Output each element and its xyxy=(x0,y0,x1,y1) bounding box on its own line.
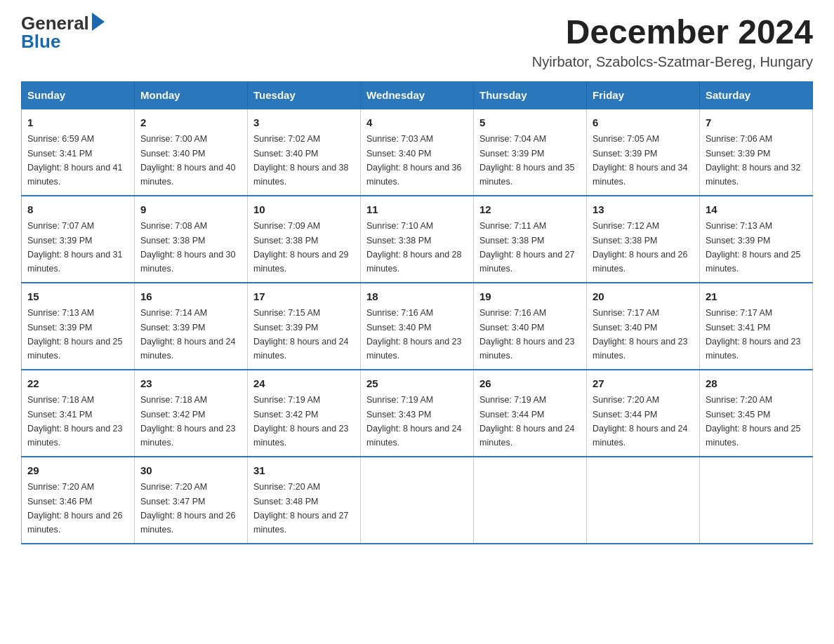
calendar-day-header: Tuesday xyxy=(248,81,361,109)
day-number: 28 xyxy=(706,376,807,392)
calendar-cell: 17 Sunrise: 7:15 AMSunset: 3:39 PMDaylig… xyxy=(248,283,361,370)
day-info: Sunrise: 7:18 AMSunset: 3:41 PMDaylight:… xyxy=(27,395,123,448)
calendar-cell: 9 Sunrise: 7:08 AMSunset: 3:38 PMDayligh… xyxy=(135,196,248,283)
calendar-cell: 5 Sunrise: 7:04 AMSunset: 3:39 PMDayligh… xyxy=(474,109,587,196)
day-number: 11 xyxy=(366,202,468,218)
day-info: Sunrise: 7:05 AMSunset: 3:39 PMDaylight:… xyxy=(593,134,688,187)
day-number: 17 xyxy=(253,289,355,305)
calendar-day-header: Saturday xyxy=(700,81,813,109)
day-number: 22 xyxy=(27,376,128,392)
calendar-cell xyxy=(700,457,813,544)
logo-general: General xyxy=(21,14,89,32)
day-info: Sunrise: 7:12 AMSunset: 3:38 PMDaylight:… xyxy=(593,221,688,274)
day-info: Sunrise: 7:03 AMSunset: 3:40 PMDaylight:… xyxy=(366,134,462,187)
calendar-cell: 13 Sunrise: 7:12 AMSunset: 3:38 PMDaylig… xyxy=(587,196,700,283)
calendar-body: 1 Sunrise: 6:59 AMSunset: 3:41 PMDayligh… xyxy=(22,109,813,544)
calendar-day-header: Sunday xyxy=(22,81,135,109)
calendar-day-header: Thursday xyxy=(474,81,587,109)
day-info: Sunrise: 7:15 AMSunset: 3:39 PMDaylight:… xyxy=(253,308,349,361)
calendar-week-row: 22 Sunrise: 7:18 AMSunset: 3:41 PMDaylig… xyxy=(22,370,813,457)
calendar-cell: 26 Sunrise: 7:19 AMSunset: 3:44 PMDaylig… xyxy=(474,370,587,457)
day-info: Sunrise: 7:16 AMSunset: 3:40 PMDaylight:… xyxy=(366,308,462,361)
page-title: December 2024 xyxy=(532,14,813,51)
day-info: Sunrise: 7:06 AMSunset: 3:39 PMDaylight:… xyxy=(706,134,801,187)
day-info: Sunrise: 7:20 AMSunset: 3:45 PMDaylight:… xyxy=(706,395,801,448)
day-number: 2 xyxy=(140,115,241,131)
day-info: Sunrise: 7:00 AMSunset: 3:40 PMDaylight:… xyxy=(140,134,236,187)
calendar-week-row: 29 Sunrise: 7:20 AMSunset: 3:46 PMDaylig… xyxy=(22,457,813,544)
day-info: Sunrise: 7:10 AMSunset: 3:38 PMDaylight:… xyxy=(366,221,462,274)
day-number: 12 xyxy=(479,202,581,218)
calendar-day-header: Friday xyxy=(587,81,700,109)
day-info: Sunrise: 7:13 AMSunset: 3:39 PMDaylight:… xyxy=(706,221,801,274)
day-number: 20 xyxy=(593,289,694,305)
calendar-cell: 18 Sunrise: 7:16 AMSunset: 3:40 PMDaylig… xyxy=(361,283,474,370)
calendar-day-header: Monday xyxy=(135,81,248,109)
calendar-day-header: Wednesday xyxy=(361,81,474,109)
logo: General Blue xyxy=(21,14,105,51)
day-info: Sunrise: 7:11 AMSunset: 3:38 PMDaylight:… xyxy=(479,221,575,274)
calendar-cell: 28 Sunrise: 7:20 AMSunset: 3:45 PMDaylig… xyxy=(700,370,813,457)
calendar-cell: 6 Sunrise: 7:05 AMSunset: 3:39 PMDayligh… xyxy=(587,109,700,196)
calendar-cell: 31 Sunrise: 7:20 AMSunset: 3:48 PMDaylig… xyxy=(248,457,361,544)
day-number: 25 xyxy=(366,376,468,392)
calendar-cell: 3 Sunrise: 7:02 AMSunset: 3:40 PMDayligh… xyxy=(248,109,361,196)
calendar-cell xyxy=(474,457,587,544)
page-header: General Blue December 2024 Nyirbator, Sz… xyxy=(21,14,813,70)
day-number: 24 xyxy=(253,376,355,392)
day-info: Sunrise: 7:17 AMSunset: 3:40 PMDaylight:… xyxy=(593,308,688,361)
calendar-cell: 20 Sunrise: 7:17 AMSunset: 3:40 PMDaylig… xyxy=(587,283,700,370)
day-number: 7 xyxy=(706,115,807,131)
calendar-cell: 11 Sunrise: 7:10 AMSunset: 3:38 PMDaylig… xyxy=(361,196,474,283)
day-info: Sunrise: 7:17 AMSunset: 3:41 PMDaylight:… xyxy=(706,308,801,361)
calendar-cell: 24 Sunrise: 7:19 AMSunset: 3:42 PMDaylig… xyxy=(248,370,361,457)
day-info: Sunrise: 7:20 AMSunset: 3:47 PMDaylight:… xyxy=(140,482,236,535)
day-info: Sunrise: 7:08 AMSunset: 3:38 PMDaylight:… xyxy=(140,221,236,274)
day-number: 9 xyxy=(140,202,241,218)
day-info: Sunrise: 7:02 AMSunset: 3:40 PMDaylight:… xyxy=(253,134,349,187)
day-info: Sunrise: 7:18 AMSunset: 3:42 PMDaylight:… xyxy=(140,395,236,448)
calendar-table: SundayMondayTuesdayWednesdayThursdayFrid… xyxy=(21,81,813,544)
calendar-cell: 1 Sunrise: 6:59 AMSunset: 3:41 PMDayligh… xyxy=(22,109,135,196)
day-number: 10 xyxy=(253,202,355,218)
day-number: 26 xyxy=(479,376,581,392)
day-number: 1 xyxy=(27,115,128,131)
calendar-cell: 27 Sunrise: 7:20 AMSunset: 3:44 PMDaylig… xyxy=(587,370,700,457)
day-number: 23 xyxy=(140,376,241,392)
day-info: Sunrise: 7:20 AMSunset: 3:48 PMDaylight:… xyxy=(253,482,349,535)
day-info: Sunrise: 7:13 AMSunset: 3:39 PMDaylight:… xyxy=(27,308,123,361)
calendar-cell xyxy=(361,457,474,544)
calendar-cell: 8 Sunrise: 7:07 AMSunset: 3:39 PMDayligh… xyxy=(22,196,135,283)
calendar-cell: 21 Sunrise: 7:17 AMSunset: 3:41 PMDaylig… xyxy=(700,283,813,370)
title-block: December 2024 Nyirbator, Szabolcs-Szatma… xyxy=(532,14,813,70)
day-info: Sunrise: 7:20 AMSunset: 3:44 PMDaylight:… xyxy=(593,395,688,448)
day-number: 8 xyxy=(27,202,128,218)
day-number: 5 xyxy=(479,115,581,131)
calendar-week-row: 8 Sunrise: 7:07 AMSunset: 3:39 PMDayligh… xyxy=(22,196,813,283)
day-info: Sunrise: 7:19 AMSunset: 3:42 PMDaylight:… xyxy=(253,395,349,448)
calendar-cell: 16 Sunrise: 7:14 AMSunset: 3:39 PMDaylig… xyxy=(135,283,248,370)
logo-arrow-icon xyxy=(92,13,105,31)
day-number: 6 xyxy=(593,115,694,131)
day-number: 13 xyxy=(593,202,694,218)
day-info: Sunrise: 7:07 AMSunset: 3:39 PMDaylight:… xyxy=(27,221,123,274)
day-number: 3 xyxy=(253,115,355,131)
day-number: 4 xyxy=(366,115,468,131)
day-number: 19 xyxy=(479,289,581,305)
calendar-cell: 15 Sunrise: 7:13 AMSunset: 3:39 PMDaylig… xyxy=(22,283,135,370)
day-number: 14 xyxy=(706,202,807,218)
day-number: 27 xyxy=(593,376,694,392)
day-number: 18 xyxy=(366,289,468,305)
calendar-week-row: 1 Sunrise: 6:59 AMSunset: 3:41 PMDayligh… xyxy=(22,109,813,196)
calendar-cell: 14 Sunrise: 7:13 AMSunset: 3:39 PMDaylig… xyxy=(700,196,813,283)
calendar-cell: 19 Sunrise: 7:16 AMSunset: 3:40 PMDaylig… xyxy=(474,283,587,370)
day-info: Sunrise: 7:14 AMSunset: 3:39 PMDaylight:… xyxy=(140,308,236,361)
logo-blue: Blue xyxy=(21,31,60,52)
calendar-cell xyxy=(587,457,700,544)
day-info: Sunrise: 7:09 AMSunset: 3:38 PMDaylight:… xyxy=(253,221,349,274)
day-number: 21 xyxy=(706,289,807,305)
day-info: Sunrise: 7:19 AMSunset: 3:43 PMDaylight:… xyxy=(366,395,462,448)
calendar-cell: 29 Sunrise: 7:20 AMSunset: 3:46 PMDaylig… xyxy=(22,457,135,544)
calendar-cell: 30 Sunrise: 7:20 AMSunset: 3:47 PMDaylig… xyxy=(135,457,248,544)
day-number: 30 xyxy=(140,463,241,479)
